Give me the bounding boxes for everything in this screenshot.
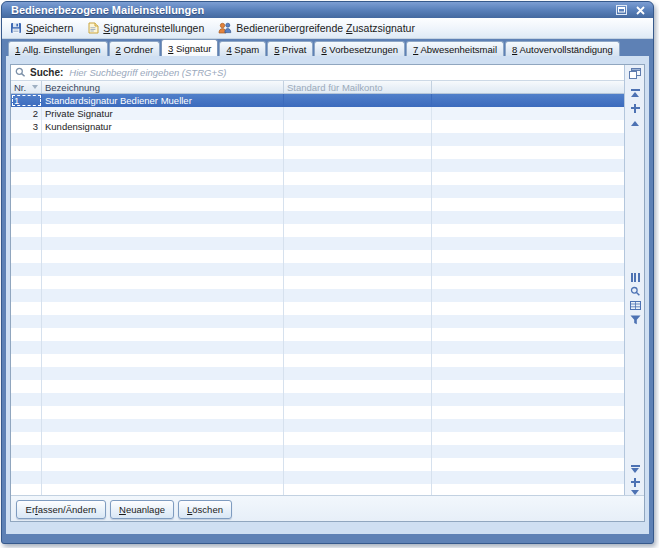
filter-button[interactable] xyxy=(628,314,642,326)
action-button-row: Erfassen/Ändern Neuanlage Löschen xyxy=(11,495,644,521)
restore-button[interactable] xyxy=(615,4,628,16)
signature-settings-button[interactable]: Signatureinstellungen xyxy=(87,22,204,34)
search-magnifier-icon xyxy=(630,286,641,297)
sort-indicator-icon xyxy=(32,85,38,89)
window-title: Bedienerbezogene Maileinstellungen xyxy=(2,4,204,16)
cell-nr: 3 xyxy=(11,120,42,133)
cell-nr: 2 xyxy=(11,107,42,120)
scroll-plus-up-button[interactable] xyxy=(628,102,642,114)
grid-search-button[interactable] xyxy=(628,285,642,297)
save-label: Speichern xyxy=(26,22,73,34)
close-button[interactable] xyxy=(634,4,647,16)
column-header-empty[interactable] xyxy=(432,81,624,93)
scroll-up-icon xyxy=(631,121,639,126)
global-extra-signature-label: Bedienerübergreifende Zusatzsignatur xyxy=(236,22,415,34)
record-list-button[interactable] xyxy=(628,299,642,311)
restore-icon xyxy=(616,5,627,15)
table-row[interactable]: 2 Private Signatur xyxy=(11,107,624,120)
grid-scroll-strip xyxy=(624,65,644,495)
dialog-window: Bedienerbezogene Maileinstellungen Speic… xyxy=(1,1,654,544)
scroll-plus-down-button[interactable] xyxy=(628,476,642,488)
customize-grid-button[interactable] xyxy=(628,67,642,79)
scroll-down-button[interactable] xyxy=(628,463,642,475)
search-bar[interactable]: Suche: Hier Suchbegriff eingeben (STRG+S… xyxy=(11,65,644,81)
column-header-bezeichnung[interactable]: Bezeichnung xyxy=(42,81,284,93)
scroll-up-button[interactable] xyxy=(628,117,642,129)
column-header-nr[interactable]: Nr. xyxy=(11,81,42,93)
cell-standard xyxy=(284,107,432,120)
search-input[interactable]: Hier Suchbegriff eingeben (STRG+S) xyxy=(69,67,226,78)
tab-spam[interactable]: 4 Spam xyxy=(219,41,266,56)
column-separator xyxy=(431,133,432,495)
tab-privat[interactable]: 5 Privat xyxy=(267,41,313,56)
cell-nr: 1 xyxy=(11,94,42,107)
global-extra-signature-button[interactable]: Bedienerübergreifende Zusatzsignatur xyxy=(218,22,415,34)
search-label: Suche: xyxy=(30,67,63,78)
close-icon xyxy=(636,6,645,15)
scroll-plus-down-icon xyxy=(631,478,640,487)
neuanlage-button[interactable]: Neuanlage xyxy=(110,500,174,519)
note-page-icon xyxy=(87,22,99,34)
column-header-standard-mailkonto[interactable]: Standard für Mailkonto xyxy=(284,81,432,93)
table-empty-rows xyxy=(11,133,624,495)
column-separator xyxy=(41,133,42,495)
cell-bezeichnung: Private Signatur xyxy=(42,107,284,120)
floppy-save-icon xyxy=(10,22,22,34)
signature-table: Nr. Bezeichnung Standard für Mailkonto 1… xyxy=(11,81,624,495)
window-controls xyxy=(615,3,647,17)
users-icon xyxy=(218,22,232,34)
tab-signatur[interactable]: 3 Signatur xyxy=(161,39,218,56)
tab-autovervollstaendigung[interactable]: 8 Autovervollständigung xyxy=(505,41,620,56)
tab-vorbesetzungen[interactable]: 6 Vorbesetzungen xyxy=(314,41,405,56)
column-chooser-button[interactable] xyxy=(628,271,642,283)
cell-standard xyxy=(284,94,432,107)
signature-settings-label: Signatureinstellungen xyxy=(103,22,204,34)
titlebar[interactable]: Bedienerbezogene Maileinstellungen xyxy=(2,2,653,18)
save-button[interactable]: Speichern xyxy=(10,22,73,34)
toolbar: Speichern Signatureinstellungen Bediener… xyxy=(2,18,653,39)
filter-funnel-icon xyxy=(630,315,641,325)
tab-abwesenheitsmail[interactable]: 7 Abwesenheitsmail xyxy=(406,41,504,56)
cell-standard xyxy=(284,120,432,133)
cell-extra xyxy=(432,107,624,120)
table-header: Nr. Bezeichnung Standard für Mailkonto xyxy=(11,81,624,94)
scroll-down-icon xyxy=(630,465,640,474)
tab-allg-einstellungen[interactable]: 1 Allg. Einstellungen xyxy=(8,41,108,56)
customize-window-icon xyxy=(629,68,641,79)
cell-extra xyxy=(432,120,624,133)
column-separator xyxy=(283,133,284,495)
tab-ordner[interactable]: 2 Ordner xyxy=(109,41,161,56)
column-chooser-icon xyxy=(631,273,640,282)
scroll-plus-up-icon xyxy=(631,104,640,113)
tab-strip: 1 Allg. Einstellungen 2 Ordner 3 Signatu… xyxy=(2,39,653,56)
erfassen-aendern-button[interactable]: Erfassen/Ändern xyxy=(16,500,106,519)
table-row-selected[interactable]: 1 Standardsignatur Bediener Mueller xyxy=(11,94,624,107)
tab-page-signatur: Suche: Hier Suchbegriff eingeben (STRG+S… xyxy=(6,56,649,534)
loeschen-button[interactable]: Löschen xyxy=(178,500,232,519)
cell-bezeichnung: Kundensignatur xyxy=(42,120,284,133)
cell-extra xyxy=(432,94,624,107)
cell-bezeichnung: Standardsignatur Bediener Mueller xyxy=(42,94,284,107)
magnifier-icon xyxy=(15,67,26,78)
scroll-top-icon xyxy=(630,89,640,98)
table-row[interactable]: 3 Kundensignatur xyxy=(11,120,624,133)
record-list-icon xyxy=(630,301,641,310)
signature-panel: Suche: Hier Suchbegriff eingeben (STRG+S… xyxy=(10,64,645,522)
scroll-top-button[interactable] xyxy=(628,87,642,99)
